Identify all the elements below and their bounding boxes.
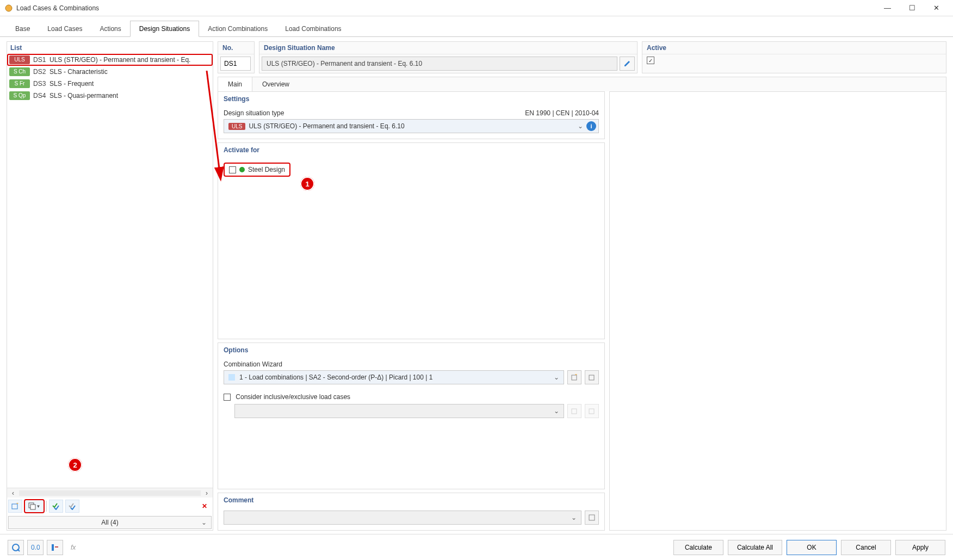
comment-input[interactable]: ⌄ xyxy=(224,511,581,525)
list-text: SLS - Quasi-permanent xyxy=(49,92,213,99)
list-code: DS1 xyxy=(33,56,49,64)
cancel-button[interactable]: Cancel xyxy=(841,540,891,555)
tab-action-combinations[interactable]: Action Combinations xyxy=(199,21,276,36)
wizard-select[interactable]: 1 - Load combinations | SA2 - Second-ord… xyxy=(224,370,564,384)
copy-item-button[interactable]: ▼ xyxy=(24,500,44,513)
chevron-down-icon: ⌄ xyxy=(554,374,559,381)
activate-label: Steel Design xyxy=(248,166,285,173)
list-rows: ULS DS1 ULS (STR/GEO) - Permanent and tr… xyxy=(7,54,213,488)
svg-rect-6 xyxy=(572,409,577,414)
name-header: Design Situation Name xyxy=(259,42,637,54)
app-icon xyxy=(4,4,13,13)
list-tag: S Fr xyxy=(9,79,30,88)
svg-rect-3 xyxy=(30,505,35,509)
no-header: No. xyxy=(218,42,254,54)
subtab-main[interactable]: Main xyxy=(218,77,252,91)
titlebar: Load Cases & Combinations — ☐ ✕ xyxy=(0,0,953,16)
subtab-overview[interactable]: Overview xyxy=(252,77,299,91)
preview-panel xyxy=(609,91,946,531)
active-header: Active xyxy=(642,42,946,54)
list-tag: S Qp xyxy=(9,91,30,100)
main-tabs: Base Load Cases Actions Design Situation… xyxy=(0,20,953,37)
list-code: DS3 xyxy=(33,80,49,88)
list-tag: ULS xyxy=(9,55,30,64)
edit-name-button[interactable] xyxy=(620,57,635,71)
activate-header: Activate for xyxy=(218,143,604,157)
tab-actions[interactable]: Actions xyxy=(91,21,129,36)
svg-text:fx: fx xyxy=(71,544,76,551)
list-item[interactable]: ULS DS1 ULS (STR/GEO) - Permanent and tr… xyxy=(7,54,213,66)
svg-rect-13 xyxy=(55,546,58,547)
calculate-all-button[interactable]: Calculate All xyxy=(728,540,782,555)
comment-library-button[interactable] xyxy=(585,511,599,525)
tab-load-cases[interactable]: Load Cases xyxy=(39,21,91,36)
consider-checkbox[interactable] xyxy=(224,394,231,401)
scroll-left-icon[interactable]: ‹ xyxy=(9,489,17,497)
chevron-down-icon: ⌄ xyxy=(571,514,577,521)
settings-header: Settings xyxy=(218,92,604,106)
svg-rect-12 xyxy=(52,544,54,551)
svg-line-10 xyxy=(17,549,20,551)
tab-design-situations[interactable]: Design Situations xyxy=(130,21,199,37)
svg-point-0 xyxy=(5,5,12,11)
list-text: SLS - Frequent xyxy=(49,80,213,88)
list-code: DS2 xyxy=(33,68,49,76)
units-button[interactable]: 0.00 xyxy=(27,540,44,555)
wizard-edit-button[interactable] xyxy=(585,370,599,384)
activate-steel-design[interactable]: Steel Design xyxy=(224,163,290,177)
consider-new-button[interactable] xyxy=(567,404,581,418)
tab-load-combinations[interactable]: Load Combinations xyxy=(276,21,350,36)
svg-text:0.00: 0.00 xyxy=(31,544,40,551)
no-input[interactable] xyxy=(220,57,251,71)
minimize-button[interactable]: — xyxy=(875,1,900,16)
design-type-value: ULS (STR/GEO) - Permanent and transient … xyxy=(249,122,404,130)
consider-edit-button[interactable] xyxy=(585,404,599,418)
list-filter-select[interactable]: All (4) xyxy=(8,516,212,529)
svg-rect-7 xyxy=(589,409,594,414)
design-type-select[interactable]: ULS ULS (STR/GEO) - Permanent and transi… xyxy=(224,119,599,133)
list-code: DS4 xyxy=(33,92,49,99)
design-standard: EN 1990 | CEN | 2010-04 xyxy=(525,109,599,117)
apply-button[interactable]: Apply xyxy=(895,540,945,555)
options-header: Options xyxy=(218,343,604,357)
status-dot-icon xyxy=(239,167,245,172)
list-scrollbar[interactable]: ‹ › xyxy=(7,488,213,497)
list-item[interactable]: S Fr DS3 SLS - Frequent xyxy=(7,78,213,90)
maximize-button[interactable]: ☐ xyxy=(900,1,924,16)
close-button[interactable]: ✕ xyxy=(924,1,949,16)
svg-rect-8 xyxy=(589,515,595,520)
active-checkbox[interactable]: ✓ xyxy=(647,57,654,64)
list-filter-label: All (4) xyxy=(101,519,118,526)
chevron-down-icon: ⌄ xyxy=(578,122,583,130)
info-icon[interactable]: i xyxy=(586,121,596,131)
scroll-right-icon[interactable]: › xyxy=(203,489,211,497)
chevron-down-icon: ⌄ xyxy=(554,407,559,415)
list-item[interactable]: S Ch DS2 SLS - Characteristic xyxy=(7,66,213,78)
consider-label: Consider inclusive/exclusive load cases xyxy=(236,393,350,401)
wizard-label: Combination Wizard xyxy=(224,360,599,368)
list-text: SLS - Characteristic xyxy=(49,68,213,76)
function-button[interactable]: fx xyxy=(66,540,83,555)
calculate-button[interactable]: Calculate xyxy=(673,540,723,555)
wizard-new-button[interactable] xyxy=(567,370,581,384)
name-input[interactable]: ULS (STR/GEO) - Permanent and transient … xyxy=(262,57,617,71)
callout-1: 1 xyxy=(300,177,314,191)
check-all-button[interactable] xyxy=(49,500,63,513)
structure-button[interactable] xyxy=(47,540,63,555)
new-item-button[interactable] xyxy=(8,500,22,513)
uls-tag: ULS xyxy=(228,123,245,130)
list-tag: S Ch xyxy=(9,67,30,76)
design-type-label: Design situation type xyxy=(224,109,525,117)
wizard-swatch-icon xyxy=(228,374,235,381)
svg-rect-1 xyxy=(12,504,17,509)
consider-select[interactable]: ⌄ xyxy=(234,404,564,418)
help-button[interactable] xyxy=(8,540,24,555)
tab-base[interactable]: Base xyxy=(7,21,39,36)
activate-checkbox[interactable] xyxy=(229,166,236,173)
list-text: ULS (STR/GEO) - Permanent and transient … xyxy=(49,56,213,64)
uncheck-all-button[interactable] xyxy=(65,500,79,513)
svg-rect-5 xyxy=(589,375,594,380)
delete-button[interactable]: ✕ xyxy=(197,500,212,513)
ok-button[interactable]: OK xyxy=(787,540,837,555)
list-item[interactable]: S Qp DS4 SLS - Quasi-permanent xyxy=(7,90,213,102)
